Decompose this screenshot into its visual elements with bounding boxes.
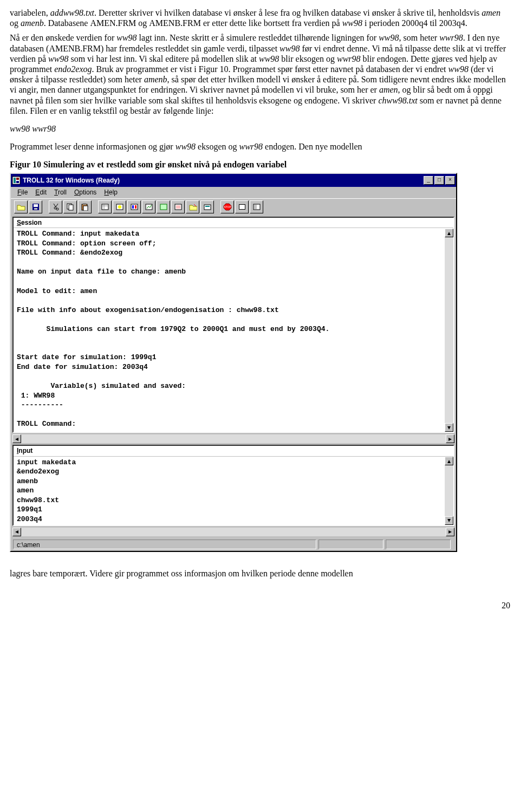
statusbar: c:\amen [11, 538, 456, 551]
svg-rect-15 [131, 204, 138, 210]
svg-rect-11 [83, 203, 86, 205]
menu-help[interactable]: Help [104, 189, 118, 196]
paragraph-2: Nå er den ønskede verdien for ww98 lagt … [10, 33, 510, 116]
tool-4[interactable] [142, 200, 155, 213]
input-vscroll[interactable]: ▴ ▾ [445, 457, 453, 524]
svg-rect-17 [135, 205, 136, 209]
paste-button[interactable] [78, 200, 92, 213]
copy-button[interactable] [63, 200, 77, 213]
tool-6[interactable] [171, 200, 185, 213]
menu-file[interactable]: File [17, 189, 28, 196]
status-cell-2 [318, 540, 384, 549]
svg-rect-6 [34, 208, 37, 210]
tool-5[interactable] [157, 200, 170, 213]
scroll-up-icon[interactable]: ▴ [445, 229, 453, 237]
save-button[interactable] [29, 200, 42, 213]
scroll-left-icon[interactable]: ◂ [12, 434, 21, 443]
svg-rect-29 [254, 205, 257, 209]
session-output: TROLL Command: input makedata TROLL Comm… [14, 228, 453, 432]
scroll-right-icon[interactable]: ▸ [446, 528, 454, 536]
scroll-down-icon[interactable]: ▾ [445, 516, 453, 525]
tool-2[interactable] [113, 200, 126, 213]
open-button[interactable] [14, 200, 28, 213]
menu-troll[interactable]: Troll [54, 189, 67, 196]
session-hscroll[interactable]: ◂ ▸ [12, 434, 454, 443]
tool-7[interactable] [186, 200, 199, 213]
svg-rect-12 [102, 204, 108, 210]
session-vscroll[interactable]: ▴ ▾ [445, 229, 453, 432]
svg-rect-21 [176, 205, 180, 209]
menu-options[interactable]: Options [74, 189, 96, 196]
window-title: TROLL 32 for Windows (Ready) [23, 177, 422, 184]
tool-1[interactable] [98, 200, 112, 213]
scroll-left-icon[interactable]: ◂ [12, 528, 21, 536]
titlebar[interactable]: TROLL 32 for Windows (Ready) _ □ × [11, 174, 456, 187]
app-icon [12, 176, 21, 185]
tool-8[interactable] [200, 200, 214, 213]
figure-caption: Figur 10 Simulering av et restledd som g… [10, 159, 510, 170]
svg-rect-27 [239, 205, 245, 209]
svg-point-14 [118, 205, 121, 209]
tool-9[interactable] [235, 200, 249, 213]
status-path: c:\amen [13, 540, 316, 549]
input-label: Input [14, 446, 453, 456]
troll-window: TROLL 32 for Windows (Ready) _ □ × FileE… [10, 173, 457, 551]
paragraph-3: Programmet leser denne informasjonen og … [10, 141, 510, 152]
svg-rect-19 [160, 204, 167, 210]
scroll-up-icon[interactable]: ▴ [445, 457, 453, 465]
tool-3[interactable] [127, 200, 141, 213]
status-cell-3 [386, 540, 451, 549]
svg-rect-22 [204, 205, 211, 210]
page-number: 20 [10, 600, 510, 610]
code-line: ww98 wwr98 [10, 124, 510, 134]
svg-text:STOP: STOP [224, 205, 231, 209]
input-area[interactable]: input makedata &endo2exog amenb amen chw… [14, 457, 453, 525]
close-button[interactable]: × [445, 176, 455, 185]
svg-rect-23 [205, 206, 210, 207]
svg-rect-1 [14, 178, 16, 183]
session-label: Session [14, 218, 453, 228]
tool-10[interactable] [250, 200, 263, 213]
svg-rect-2 [16, 178, 19, 180]
scroll-down-icon[interactable]: ▾ [445, 423, 453, 432]
maximize-button[interactable]: □ [434, 176, 444, 185]
svg-rect-10 [83, 206, 88, 211]
session-pane: Session TROLL Command: input makedata TR… [12, 217, 454, 433]
input-hscroll[interactable]: ◂ ▸ [12, 528, 454, 536]
svg-rect-16 [132, 205, 134, 209]
cut-button[interactable] [49, 200, 62, 213]
scroll-right-icon[interactable]: ▸ [446, 434, 454, 443]
toolbar: STOP [11, 198, 456, 215]
input-pane: Input input makedata &endo2exog amenb am… [12, 445, 454, 525]
paragraph-4: lagres bare temporært. Videre gir progra… [10, 568, 510, 579]
menu-edit[interactable]: Edit [35, 189, 47, 196]
minimize-button[interactable]: _ [424, 176, 433, 185]
svg-rect-5 [34, 204, 38, 207]
paragraph-1: variabelen, addww98.txt. Deretter skrive… [10, 8, 510, 28]
svg-rect-3 [16, 181, 19, 183]
menubar: FileEditTrollOptionsHelp [11, 187, 456, 198]
stop-button[interactable]: STOP [220, 200, 234, 213]
svg-rect-8 [69, 205, 73, 210]
